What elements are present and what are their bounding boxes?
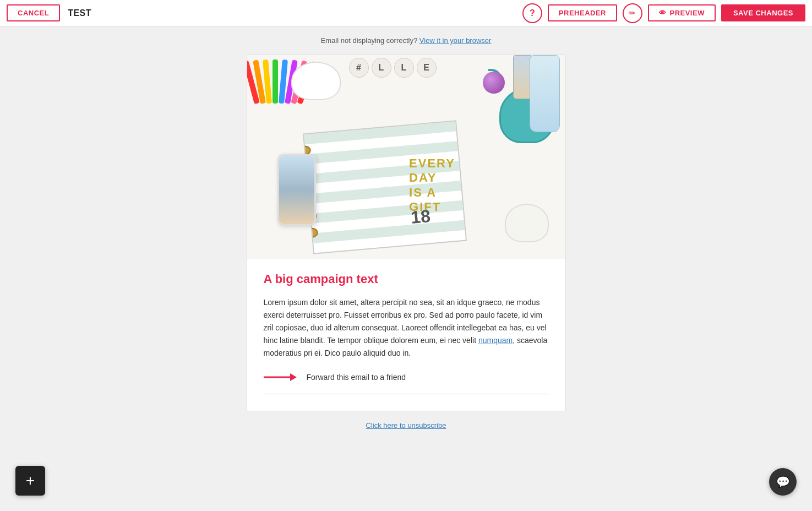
purple-ball (483, 72, 505, 94)
white-cup-bottom-right (505, 204, 549, 242)
phone-screen (279, 156, 314, 224)
ball-e: E (417, 58, 437, 78)
email-notice: Email not displaying correctly? View it … (321, 36, 492, 45)
blue-bottle (530, 55, 560, 132)
svg-marker-1 (290, 373, 297, 381)
email-card: # L L E (247, 55, 566, 411)
fab-chat-button[interactable]: 💬 (769, 468, 797, 496)
body-link[interactable]: numquam (478, 336, 513, 345)
pencil-icon: ✏ (629, 8, 636, 18)
add-icon: + (26, 473, 35, 488)
unsubscribe-link[interactable]: Click here to unsubscribe (366, 421, 446, 430)
campaign-heading: A big campaign text (264, 272, 549, 286)
ball-l2: L (394, 58, 414, 78)
fab-add-button[interactable]: + (15, 466, 45, 496)
chat-icon: 💬 (776, 475, 790, 488)
white-cup-decoration (291, 62, 341, 100)
phone-decoration (277, 154, 316, 226)
email-divider (264, 394, 549, 394)
ball-l: L (372, 58, 391, 78)
campaign-title: TEST (68, 8, 91, 18)
email-body: A big campaign text Lorem ipsum dolor si… (247, 259, 565, 411)
email-footer: Click here to unsubscribe (247, 411, 566, 436)
arrow-svg (264, 371, 297, 384)
letter-balls: # L L E (349, 58, 437, 78)
pencil-button[interactable]: ✏ (623, 3, 642, 23)
view-in-browser-link[interactable]: View it in your browser (419, 36, 492, 45)
planner-notebook: EVERYDAYIS AGIFT 18 (302, 120, 466, 254)
hero-img-inner: # L L E (247, 55, 565, 259)
top-bar-left: CANCEL TEST (7, 4, 91, 21)
eye-icon: 👁 (659, 9, 667, 17)
top-bar: CANCEL TEST ? PREHEADER ✏ 👁 PREVIEW SAVE… (0, 0, 812, 26)
main-content: Email not displaying correctly? View it … (0, 26, 812, 511)
planner-inner: EVERYDAYIS AGIFT 18 (302, 120, 466, 254)
save-button[interactable]: SAVE CHANGES (721, 4, 805, 21)
help-button[interactable]: ? (522, 3, 542, 23)
preview-label: PREVIEW (669, 9, 704, 17)
forward-text: Forward this email to a friend (307, 373, 406, 382)
cancel-button[interactable]: CANCEL (7, 4, 60, 21)
body-text: Lorem ipsum dolor sit amet, altera perci… (264, 296, 549, 360)
ball-hash: # (349, 58, 369, 78)
forward-arrow-icon (264, 371, 297, 384)
top-bar-right: ? PREHEADER ✏ 👁 PREVIEW SAVE CHANGES (522, 3, 805, 23)
forward-row: Forward this email to a friend (264, 371, 549, 384)
email-hero-image: # L L E (247, 55, 565, 259)
email-notice-text: Email not displaying correctly? (321, 36, 418, 45)
preview-button[interactable]: 👁 PREVIEW (648, 4, 716, 21)
preheader-button[interactable]: PREHEADER (548, 4, 617, 21)
